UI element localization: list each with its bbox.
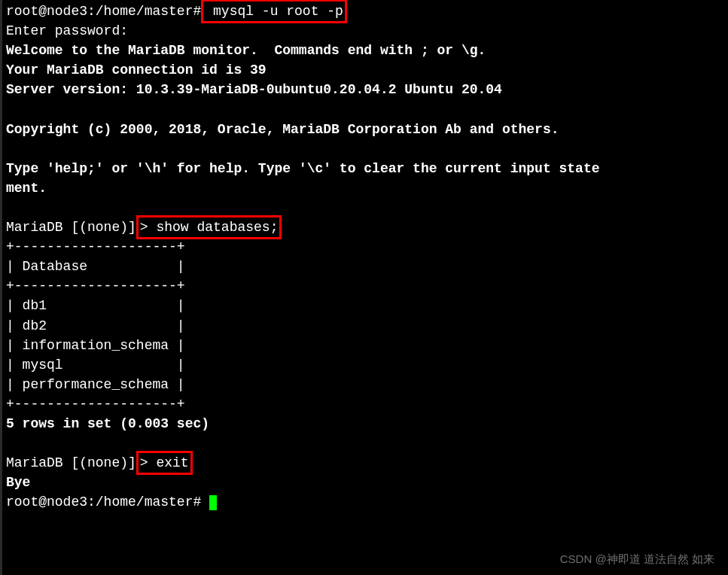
table-border-bottom: +--------------------+: [6, 397, 185, 412]
table-row: | information_schema |: [6, 338, 185, 353]
help-line-1: Type 'help;' or '\h' for help. Type '\c'…: [6, 161, 600, 176]
exit-command: > exit: [140, 455, 189, 470]
mysql-login-command: mysql -u root -p: [205, 4, 343, 19]
terminal-output[interactable]: root@node3:/home/master# mysql -u root -…: [0, 0, 728, 513]
table-border-top: +--------------------+: [6, 239, 185, 254]
highlight-box-exit: > exit: [136, 451, 193, 475]
table-row: | db2 |: [6, 318, 185, 333]
table-row: | db1 |: [6, 298, 185, 313]
cursor-block: [209, 495, 217, 510]
table-border-mid: +--------------------+: [6, 278, 185, 294]
mariadb-prompt: MariaDB [(none)]: [6, 220, 136, 235]
mariadb-prompt: MariaDB [(none)]: [6, 455, 136, 470]
table-row: | mysql |: [6, 357, 185, 373]
server-version-line: Server version: 10.3.39-MariaDB-0ubuntu0…: [6, 82, 502, 97]
highlight-box-show-databases: > show databases;: [136, 215, 282, 239]
welcome-line: Welcome to the MariaDB monitor. Commands…: [6, 43, 486, 58]
show-databases-command: > show databases;: [140, 220, 279, 235]
enter-password-line: Enter password:: [6, 23, 128, 38]
highlight-box-mysql-cmd: mysql -u root -p: [201, 0, 347, 23]
left-border: [0, 0, 2, 575]
csdn-watermark: CSDN @神即道 道法自然 如来: [560, 551, 714, 567]
shell-prompt: root@node3:/home/master#: [6, 4, 201, 19]
table-row: | performance_schema |: [6, 377, 185, 392]
connection-id-line: Your MariaDB connection id is 39: [6, 62, 267, 78]
bye-line: Bye: [6, 475, 30, 490]
rows-in-set: 5 rows in set (0.003 sec): [6, 416, 209, 431]
help-line-2: ment.: [6, 181, 47, 196]
copyright-line: Copyright (c) 2000, 2018, Oracle, MariaD…: [6, 122, 559, 137]
shell-prompt-final: root@node3:/home/master#: [6, 494, 201, 510]
table-header: | Database |: [6, 259, 185, 274]
